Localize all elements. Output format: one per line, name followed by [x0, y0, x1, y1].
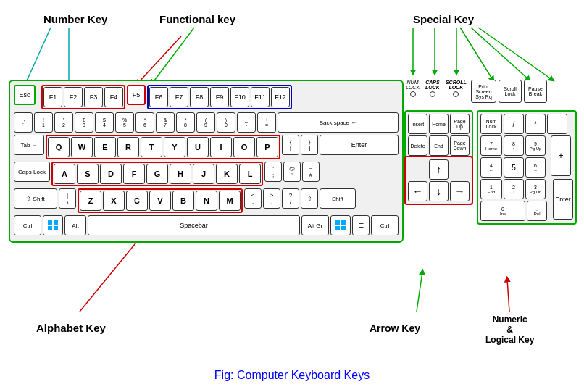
key-j[interactable]: J	[193, 164, 214, 184]
key-shift-icon[interactable]: ⇧	[301, 188, 318, 209]
key-x[interactable]: X	[103, 191, 125, 211]
key-minus[interactable]: _-	[237, 112, 256, 133]
key-7[interactable]: &7	[156, 112, 175, 133]
key-r[interactable]: R	[117, 137, 139, 157]
key-n[interactable]: N	[196, 191, 217, 211]
key-3[interactable]: £3	[75, 112, 93, 133]
key-z[interactable]: Z	[80, 191, 101, 211]
key-f7[interactable]: F7	[170, 87, 188, 107]
key-5[interactable]: %5	[115, 112, 134, 133]
key-i[interactable]: I	[210, 137, 232, 157]
key-home[interactable]: Home	[429, 114, 449, 134]
key-t[interactable]: T	[141, 137, 162, 157]
key-ctrl-right[interactable]: Ctrl	[371, 215, 399, 235]
key-slash[interactable]: ?/	[282, 188, 299, 209]
key-f11[interactable]: F11	[251, 87, 270, 107]
key-insert[interactable]: Insert	[408, 114, 427, 134]
key-esc[interactable]: Esc	[14, 85, 36, 105]
key-scroll-lock[interactable]: ScrollLock	[499, 80, 522, 103]
key-spacebar[interactable]: Spacebar	[88, 215, 300, 235]
key-hash[interactable]: ~#	[302, 162, 320, 182]
key-arrow-down[interactable]: ↓	[429, 181, 449, 201]
key-numpad-2[interactable]: 2↓	[504, 179, 524, 199]
key-print-screen[interactable]: PrintScreenSys Rq	[471, 80, 496, 103]
key-f9[interactable]: F9	[210, 87, 229, 107]
key-win-left[interactable]	[43, 215, 63, 235]
key-semicolon[interactable]: :;	[264, 162, 282, 182]
key-f4[interactable]: F4	[104, 87, 123, 107]
key-8[interactable]: *8	[176, 112, 195, 133]
key-end[interactable]: End	[429, 135, 449, 156]
key-q[interactable]: Q	[48, 137, 70, 157]
key-equals[interactable]: +=	[257, 112, 276, 133]
key-f5[interactable]: F5	[127, 85, 146, 105]
key-numpad-slash[interactable]: /	[504, 114, 524, 134]
key-arrow-left[interactable]: ←	[408, 181, 427, 201]
key-shift-right[interactable]: Shift	[320, 188, 356, 209]
key-pause-break[interactable]: PauseBreak	[524, 80, 547, 103]
key-6[interactable]: ^6	[135, 112, 154, 133]
key-numpad-7[interactable]: 7Home	[480, 135, 502, 156]
key-delete[interactable]: Delete	[408, 135, 427, 156]
key-num-lock[interactable]: NumLock	[480, 114, 502, 134]
key-f[interactable]: F	[123, 164, 145, 184]
key-comma[interactable]: <,	[244, 188, 262, 209]
key-m[interactable]: M	[219, 191, 241, 211]
key-numpad-minus[interactable]: -	[547, 114, 567, 134]
key-caps-lock[interactable]: Caps Lock	[14, 162, 50, 182]
key-k[interactable]: K	[216, 164, 238, 184]
key-numpad-3[interactable]: 3Pg Dn	[525, 179, 546, 199]
key-f6[interactable]: F6	[149, 87, 168, 107]
key-shift-left[interactable]: ⇧ Shift	[14, 188, 57, 209]
key-f8[interactable]: F8	[190, 87, 209, 107]
key-9[interactable]: (9	[196, 112, 215, 133]
key-arrow-up[interactable]: ↑	[429, 159, 449, 180]
key-f2[interactable]: F2	[64, 87, 83, 107]
key-f1[interactable]: F1	[43, 87, 62, 107]
key-numpad-plus[interactable]: +	[551, 135, 571, 176]
key-arrow-right[interactable]: →	[450, 181, 470, 201]
key-period[interactable]: >.	[263, 188, 280, 209]
key-numpad-enter[interactable]: Enter	[553, 179, 573, 220]
key-y[interactable]: Y	[164, 137, 185, 157]
key-f12[interactable]: F12	[271, 87, 290, 107]
key-rbracket[interactable]: }]	[301, 135, 318, 155]
key-numpad-6[interactable]: 6→	[525, 157, 546, 178]
key-numpad-4[interactable]: 4←	[480, 157, 502, 178]
key-b[interactable]: B	[172, 191, 194, 211]
key-page-down[interactable]: PageDown	[450, 135, 470, 156]
key-enter[interactable]: Enter	[320, 135, 399, 155]
key-numpad-8[interactable]: 8↑	[504, 135, 524, 156]
key-numpad-9[interactable]: 9Pg Up	[525, 135, 546, 156]
key-f10[interactable]: F10	[230, 87, 249, 107]
key-s[interactable]: S	[77, 164, 99, 184]
key-v[interactable]: V	[149, 191, 171, 211]
key-o[interactable]: O	[233, 137, 255, 157]
key-f3[interactable]: F3	[84, 87, 103, 107]
key-numpad-5[interactable]: 5	[504, 157, 524, 178]
key-ctrl-left[interactable]: Ctrl	[14, 215, 41, 235]
key-tab[interactable]: Tab →	[14, 135, 44, 155]
key-at[interactable]: @'	[283, 162, 301, 182]
key-w[interactable]: W	[71, 137, 93, 157]
key-l[interactable]: L	[239, 164, 261, 184]
key-win-right[interactable]	[330, 215, 351, 235]
key-alt-left[interactable]: Alt	[64, 215, 86, 235]
key-4[interactable]: $4	[95, 112, 114, 133]
key-e[interactable]: E	[94, 137, 116, 157]
key-lbracket[interactable]: {[	[282, 135, 299, 155]
key-backspace[interactable]: Back space ←	[278, 112, 399, 133]
key-alt-gr[interactable]: Alt Gr	[301, 215, 329, 235]
key-numpad-1[interactable]: 1End	[480, 179, 502, 199]
key-0[interactable]: )0	[217, 112, 235, 133]
key-p[interactable]: P	[256, 137, 278, 157]
key-menu[interactable]: ☰	[352, 215, 370, 235]
key-backtick[interactable]: ¬`	[14, 112, 33, 133]
key-numpad-0[interactable]: 0Ins	[480, 201, 525, 221]
key-a[interactable]: A	[54, 164, 75, 184]
key-backslash[interactable]: |\	[59, 188, 76, 209]
key-numpad-multiply[interactable]: *	[525, 114, 546, 134]
key-1[interactable]: !1	[34, 112, 53, 133]
key-c[interactable]: C	[126, 191, 148, 211]
key-g[interactable]: G	[146, 164, 168, 184]
